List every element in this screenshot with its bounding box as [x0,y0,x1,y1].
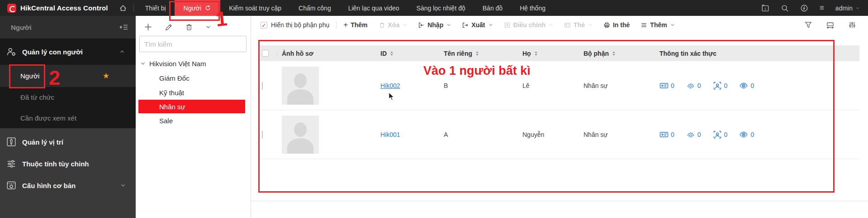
nav-tab-attendance[interactable]: Chấm công [290,0,340,16]
delete-person-button[interactable]: Xóa [379,21,408,29]
tree-search-input[interactable] [139,36,247,52]
tree-node-nhan-su-selected[interactable]: Nhân sự [138,100,245,113]
iris-count: 0 [739,130,754,139]
adjust-button[interactable]: Điều chỉnh [504,21,554,29]
first-name-cell: B [439,82,518,89]
sort-icon[interactable] [535,51,537,56]
nav-tab-temp-screening[interactable]: Sàng lọc nhiệt độ [408,0,474,16]
face-count: 0 [713,130,728,139]
nav-tab-devices[interactable]: Thiết bị [137,0,175,16]
print-card-label: In thẻ [613,21,630,29]
chevron-down-icon [403,23,407,27]
import-button[interactable]: Nhập [418,21,451,29]
face-count: 0 [713,81,728,90]
row-checkbox-cell [260,82,277,89]
tree-node-root[interactable]: Hikvision Việt Nam [136,56,251,71]
credentials-cell: 0 0 0 0 [655,81,859,90]
trash-icon [185,23,193,31]
nav-tab-access-control[interactable]: Kiểm soát truy cập [220,0,290,16]
header-id: ID [376,50,439,57]
wizard-button[interactable]: 1 [761,4,769,12]
row-checkbox[interactable] [262,82,263,90]
sidebar-group-person-management[interactable]: Quản lý con người [0,39,136,65]
chevron-down-icon [120,183,126,188]
tree-node-ky-thuat[interactable]: Kỹ thuật [136,85,251,100]
sidebar-item-person[interactable]: Người ★ [0,65,136,87]
topbar-divider [133,5,134,12]
row-checkbox[interactable] [262,131,263,139]
chevron-down-icon [549,23,553,27]
department-cell: Nhân sự [579,82,655,89]
sort-icon[interactable] [390,51,393,56]
sidebar-item-resigned[interactable]: Đã từ chức [0,87,136,107]
menu-button[interactable]: ≡ [820,4,824,12]
person-id-link[interactable]: Hik001 [380,131,400,138]
table-body: Hik002 B Lê Nhân sự 0 0 [260,61,859,159]
nav-tab-person-label: Người [184,5,202,12]
menu-icon: ≡ [820,4,824,12]
person-id-link[interactable]: Hik002 [380,82,400,89]
filter-icon [804,21,812,29]
body-region: Người Quản lý con người Người ★ Đã từ c [0,16,868,218]
select-all-checkbox[interactable] [262,50,269,57]
refresh-icon[interactable] [204,5,211,11]
delete-department-button[interactable] [185,23,193,31]
hikcentral-app: HikCentral Access Control Thiết bị Người… [0,0,868,218]
wizard-icon: 1 [761,4,769,12]
user-menu[interactable]: admin [835,5,860,12]
column-settings-button[interactable] [848,21,856,29]
show-sub-departments-checkbox[interactable]: ✓ [261,22,267,29]
add-person-button[interactable]: + Thêm [343,20,367,29]
sidebar-item-to-review[interactable]: Cần được xem xét [0,107,136,128]
nav-tab-person[interactable]: Người [175,0,221,16]
fingerprint-icon [686,81,695,90]
sidebar-item-custom-attributes[interactable]: Thuộc tính tùy chỉnh [0,153,136,174]
more-actions-label: Thêm [650,21,667,29]
star-icon[interactable]: ★ [103,71,109,81]
plus-icon [144,23,152,31]
nav-tab-map[interactable]: Bản đồ [474,0,511,16]
user-name: admin [835,5,853,12]
sidebar-item-basic-config-label: Cấu hình cơ bản [22,182,76,189]
export-button[interactable]: Xuất [462,21,493,29]
fingerprint-count: 0 [686,130,701,139]
list-toolbar: ✓ Hiển thị bộ phận phụ + Thêm Xóa [251,18,868,32]
tree-node-label: Kỹ thuật [159,89,184,97]
sidebar-item-resigned-label: Đã từ chức [20,93,54,101]
print-card-button[interactable]: In thẻ [603,21,630,29]
header-credentials: Thông tin xác thực [655,50,859,57]
edit-department-button[interactable] [165,23,173,31]
card-icon [564,22,571,29]
tree-toolbar [136,16,251,31]
sort-icon[interactable] [476,51,479,56]
nav-tab-system[interactable]: Hệ thống [511,0,554,16]
search-button[interactable] [781,4,789,12]
collapse-sidebar-icon[interactable] [119,23,128,32]
header-last-name: Họ [518,50,579,57]
avatar [282,116,319,154]
app-title: HikCentral Access Control [20,4,108,12]
tree-node-root-label: Hikvision Việt Nam [149,60,206,68]
fit-width-button[interactable] [826,21,835,29]
card-button[interactable]: Thẻ [564,21,593,29]
home-button[interactable] [113,0,133,16]
plus-icon: + [343,20,348,29]
last-name-cell: Nguyễn [518,131,579,138]
sidebar-item-basic-config[interactable]: Cấu hình cơ bản [0,174,136,196]
nav-tab-video-intercom[interactable]: Liên lạc qua video [340,0,408,16]
add-person-label: Thêm [351,21,367,29]
left-sidebar: Người Quản lý con người Người ★ Đã từ c [0,16,136,218]
more-actions-button[interactable]: Thêm [640,21,674,29]
chevron-down-icon[interactable] [140,61,146,66]
tree-more-button[interactable] [205,24,211,30]
sidebar-lower-section: Quản lý vị trí Thuộc tính tùy chỉnh Cấu … [0,128,136,218]
add-department-button[interactable] [144,23,152,31]
tree-node-giam-doc[interactable]: Giám Đốc [136,71,251,85]
filter-button[interactable] [804,21,812,29]
tree-node-sale[interactable]: Sale [136,113,251,128]
select-all-checkbox-cell [260,50,277,57]
sort-icon[interactable] [612,51,615,56]
sidebar-item-position-management[interactable]: Quản lý vị trí [0,131,136,153]
profile-photo-cell [277,67,376,105]
help-button[interactable] [800,4,808,12]
